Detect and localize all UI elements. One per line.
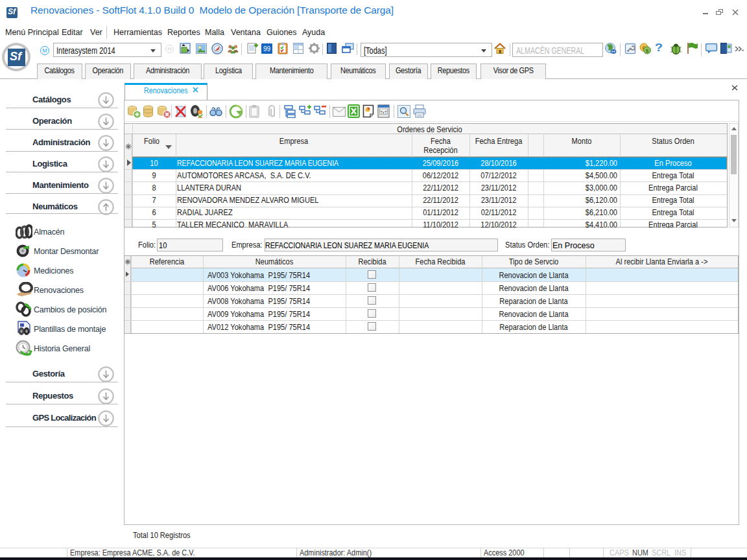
svg-text:99: 99: [263, 45, 271, 52]
svg-text:TxT: TxT: [380, 110, 387, 115]
svg-text:$: $: [646, 48, 649, 54]
